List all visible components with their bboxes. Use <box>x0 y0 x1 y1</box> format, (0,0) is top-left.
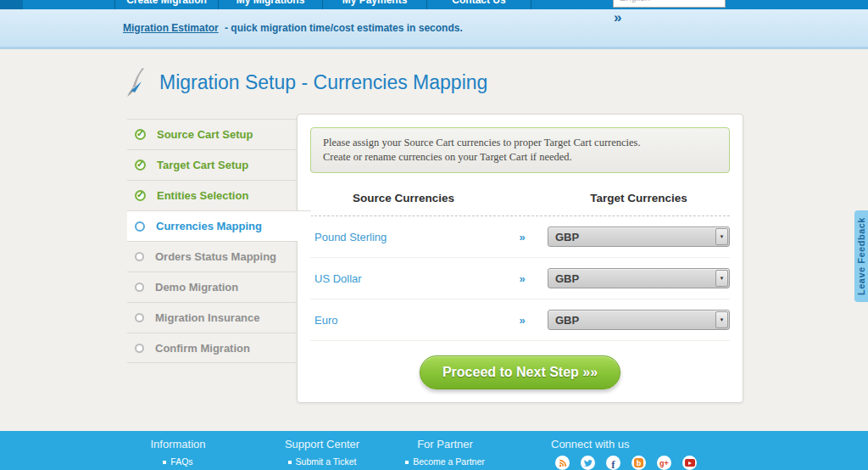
chevron-right-icon[interactable]: » <box>614 9 621 26</box>
source-currency-link[interactable]: US Dollar <box>314 272 362 285</box>
footer-heading: For Partner <box>398 438 492 450</box>
sidebar-item-label: Orders Status Mapping <box>155 250 276 263</box>
facebook-icon[interactable]: f <box>606 456 620 470</box>
target-currency-select[interactable]: GBP ▼ <box>548 268 730 288</box>
source-currency-cell: Euro <box>310 312 497 327</box>
top-navigation-bar: Create Migration My Migrations My Paymen… <box>0 0 868 9</box>
youtube-icon[interactable] <box>682 456 697 470</box>
language-selector[interactable]: English <box>613 0 726 8</box>
bullet-square-icon <box>405 461 409 464</box>
nav-item-my-payments[interactable]: My Payments <box>323 0 427 9</box>
active-circle-icon <box>135 221 145 232</box>
google-plus-glyph: g+ <box>659 459 669 467</box>
footer-column-information: Information FAQs <box>136 438 220 467</box>
source-currency-cell: US Dollar <box>310 271 497 286</box>
sidebar-item-currencies-mapping[interactable]: Currencies Mapping <box>127 210 311 241</box>
sidebar-item-label: Migration Insurance <box>155 311 260 324</box>
source-currency-cell: Pound Sterling <box>310 229 497 244</box>
proceed-button-row: Proceed to Next Step »» <box>298 341 743 402</box>
nav-item-my-migrations[interactable]: My Migrations <box>219 0 323 9</box>
footer-link-submit-ticket[interactable]: Submit a Ticket <box>275 456 369 467</box>
sidebar-item-entities-selection[interactable]: ✓ Entities Selection <box>127 180 297 210</box>
logo-area <box>0 0 23 9</box>
sidebar-item-target-cart-setup[interactable]: ✓ Target Cart Setup <box>127 149 297 180</box>
dropdown-arrow-icon[interactable]: ▼ <box>715 311 728 328</box>
selected-currency-value: GBP <box>548 231 715 243</box>
mapping-row-pound-sterling: Pound Sterling » GBP ▼ <box>310 216 730 258</box>
mapping-arrow: » <box>497 272 548 285</box>
page: Create Migration My Migrations My Paymen… <box>0 0 868 470</box>
sidebar-item-label: Entities Selection <box>157 189 248 202</box>
dropdown-arrow-icon[interactable]: ▼ <box>715 228 728 245</box>
twitter-icon[interactable] <box>581 456 595 470</box>
check-circle-icon: ✓ <box>135 190 146 201</box>
pending-circle-icon <box>135 252 144 261</box>
migration-setup-icon <box>124 67 153 98</box>
check-circle-icon: ✓ <box>135 129 146 140</box>
youtube-glyph <box>685 459 695 467</box>
target-currency-cell: GBP ▼ <box>548 268 730 288</box>
main-content: Migration Setup - Currencies Mapping ✓ S… <box>0 52 868 431</box>
source-currencies-header: Source Currencies <box>310 192 497 204</box>
source-currency-link[interactable]: Euro <box>314 314 337 327</box>
bullet-square-icon <box>288 461 292 464</box>
selected-currency-value: GBP <box>548 314 715 327</box>
blogger-icon[interactable]: b <box>632 456 646 470</box>
sidebar-item-migration-insurance[interactable]: Migration Insurance <box>127 302 297 333</box>
nav-item-contact-us[interactable]: Contact Us <box>427 0 531 9</box>
currencies-mapping-panel: Please assign your Source Cart currencie… <box>297 114 743 403</box>
footer-heading: Connect with us <box>551 438 712 450</box>
dropdown-arrow-icon[interactable]: ▼ <box>715 270 728 287</box>
page-title-row: Migration Setup - Currencies Mapping <box>124 67 487 98</box>
page-title: Migration Setup - Currencies Mapping <box>159 71 487 94</box>
leave-feedback-label: Leave Feedback <box>856 217 866 295</box>
sidebar-item-demo-migration[interactable]: Demo Migration <box>127 271 297 302</box>
proceed-next-step-button[interactable]: Proceed to Next Step »» <box>420 355 620 389</box>
instruction-notice: Please assign your Source Cart currencie… <box>310 127 730 173</box>
leave-feedback-tab[interactable]: Leave Feedback <box>854 210 868 302</box>
migration-steps-sidebar: ✓ Source Cart Setup ✓ Target Cart Setup … <box>127 119 297 363</box>
header-spacer <box>497 192 548 204</box>
footer-column-for-partner: For Partner Become a Partner <box>398 438 492 467</box>
mapping-row-euro: Euro » GBP ▼ <box>310 299 730 341</box>
footer: Information FAQs Support Center Submit a… <box>0 431 868 470</box>
footer-link-become-partner[interactable]: Become a Partner <box>398 456 492 467</box>
banner-text: Migration Estimator - quick migration ti… <box>123 22 463 34</box>
check-glyph: ✓ <box>136 190 144 199</box>
main-menu: Create Migration My Migrations My Paymen… <box>114 0 531 9</box>
footer-link-faqs[interactable]: FAQs <box>136 456 220 467</box>
footer-heading: Support Center <box>275 438 369 450</box>
pending-circle-icon <box>135 344 144 353</box>
target-currency-cell: GBP ▼ <box>548 227 730 247</box>
check-glyph: ✓ <box>136 129 144 138</box>
migration-estimator-link[interactable]: Migration Estimator <box>123 22 219 34</box>
check-circle-icon: ✓ <box>135 159 146 171</box>
check-glyph: ✓ <box>136 159 144 169</box>
mapping-arrow: » <box>497 231 548 243</box>
mapping-row-us-dollar: US Dollar » GBP ▼ <box>310 258 730 299</box>
bullet-square-icon <box>163 461 166 464</box>
google-plus-icon[interactable]: g+ <box>657 456 671 470</box>
pending-circle-icon <box>135 283 144 292</box>
pending-circle-icon <box>135 313 144 322</box>
sidebar-item-label: Source Cart Setup <box>157 128 253 141</box>
nav-item-create-migration[interactable]: Create Migration <box>114 0 219 9</box>
selected-currency-value: GBP <box>548 272 715 285</box>
target-currency-select[interactable]: GBP ▼ <box>548 310 730 330</box>
source-currency-link[interactable]: Pound Sterling <box>314 231 387 243</box>
target-currency-cell: GBP ▼ <box>548 310 730 330</box>
sidebar-item-confirm-migration[interactable]: Confirm Migration <box>127 333 297 363</box>
rss-icon[interactable] <box>555 456 570 470</box>
sidebar-item-orders-status-mapping[interactable]: Orders Status Mapping <box>127 241 297 271</box>
target-currency-select[interactable]: GBP ▼ <box>548 227 730 247</box>
social-icons-row: f b g+ <box>555 456 712 470</box>
sidebar-item-source-cart-setup[interactable]: ✓ Source Cart Setup <box>127 119 297 149</box>
mapping-header-row: Source Currencies Target Currencies <box>298 182 743 215</box>
sidebar-item-label: Currencies Mapping <box>156 220 262 232</box>
notice-line-2: Create or rename currencies on your Targ… <box>323 150 717 165</box>
footer-link-label: Submit a Ticket <box>296 456 357 467</box>
footer-link-label: FAQs <box>170 456 192 467</box>
banner-description: - quick migration time/cost estimates in… <box>225 22 463 34</box>
footer-heading: Information <box>136 438 220 450</box>
footer-column-connect: Connect with us f b g+ <box>551 438 712 470</box>
